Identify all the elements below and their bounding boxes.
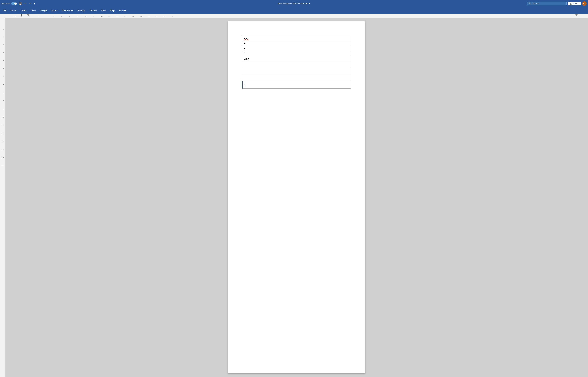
title-bar-left: AutoSave 💾 ↩ ↪ ▾ <box>1 2 525 5</box>
table-cell-cursor[interactable] <box>243 81 351 89</box>
title-bar: AutoSave 💾 ↩ ↪ ▾ New Microsoft Word Docu… <box>0 0 588 7</box>
menu-item-insert[interactable]: Insert <box>19 8 28 13</box>
v-tick: 3 <box>3 59 4 61</box>
comment-button[interactable]: 💬 Com... <box>568 2 581 5</box>
v-tick: 1 <box>3 44 4 46</box>
customize-icon[interactable]: ▾ <box>33 2 36 5</box>
table-cell[interactable]: F <box>243 46 351 51</box>
ruler-tick: 13 <box>124 16 126 18</box>
ruler-tick: 16 <box>148 16 149 18</box>
table-row[interactable]: Fdsf <box>243 36 351 41</box>
undo-icon[interactable]: ↩ <box>24 2 27 5</box>
ruler-tick: 3 <box>45 16 46 18</box>
right-margin-marker <box>575 14 577 16</box>
table-cell[interactable]: F <box>243 51 351 56</box>
v-tick: 10 <box>2 116 4 118</box>
ruler-inner: -2 -1 1 2 3 4 5 6 7 8 9 10 11 12 13 14 1… <box>5 14 588 18</box>
v-tick: 5 <box>3 76 4 77</box>
menu-bar: File Home Insert Draw Design Layout Refe… <box>0 7 588 14</box>
save-icon[interactable]: 💾 <box>18 2 22 5</box>
table-row[interactable]: F <box>243 41 351 46</box>
table-row[interactable]: F <box>243 51 351 56</box>
menu-item-help[interactable]: Help <box>108 8 117 13</box>
v-tick: 8 <box>3 100 4 102</box>
v-tick: 15 <box>2 157 4 159</box>
table-cell[interactable]: Fdsf <box>243 36 351 41</box>
ruler-tick: 7 <box>77 16 78 18</box>
search-input[interactable] <box>532 2 565 5</box>
doc-title-text: New Microsoft Word Document <box>278 2 308 5</box>
v-tick: 11 <box>2 124 4 126</box>
search-box[interactable]: 🔍 <box>527 2 567 5</box>
v-tick: 6 <box>3 84 4 85</box>
ruler-tick: 15 <box>140 16 142 18</box>
menu-item-file[interactable]: File <box>1 8 9 13</box>
table-cell[interactable] <box>243 74 351 81</box>
doc-title-arrow[interactable]: ▾ <box>309 2 310 5</box>
table-row[interactable] <box>243 68 351 74</box>
ruler-tick: 10 <box>100 16 102 18</box>
ruler-tick: 14 <box>132 16 134 18</box>
cell-text <box>244 82 349 85</box>
menu-item-layout[interactable]: Layout <box>49 8 60 13</box>
search-icon: 🔍 <box>529 2 531 5</box>
menu-item-draw[interactable]: Draw <box>28 8 38 13</box>
ruler-tick: 8 <box>85 16 86 18</box>
main-layout: 2 1 1 2 3 4 5 6 7 8 9 10 11 12 13 14 15 … <box>0 18 588 377</box>
document-page[interactable]: Fdsf F F F <box>228 21 365 373</box>
table-row[interactable] <box>243 61 351 68</box>
table-row[interactable] <box>243 74 351 81</box>
ruler-tick: 12 <box>116 16 118 18</box>
ruler-tick: 1 <box>30 16 30 18</box>
ruler-tick: 11 <box>108 16 110 18</box>
cell-text: Fdsf <box>244 37 349 40</box>
table-cell[interactable]: F <box>243 41 351 46</box>
table-cell[interactable] <box>243 68 351 74</box>
v-tick: 9 <box>3 108 4 110</box>
cell-text: Why <box>244 57 349 60</box>
table-cell[interactable] <box>243 61 351 68</box>
menu-item-acrobat[interactable]: Acrobat <box>117 8 128 13</box>
menu-item-review[interactable]: Review <box>88 8 99 13</box>
cell-text <box>244 69 349 72</box>
menu-item-view[interactable]: View <box>99 8 108 13</box>
ruler-tick: 6 <box>69 16 70 18</box>
v-tick: 4 <box>3 68 4 69</box>
v-tick: 16 <box>2 165 4 167</box>
ruler-tick: 19 <box>172 16 173 18</box>
cell-text <box>244 75 349 78</box>
cell-text: F <box>244 47 349 50</box>
document-table: Fdsf F F F <box>242 36 351 89</box>
v-tick: 13 <box>2 141 4 142</box>
v-tick: 1 <box>3 36 4 37</box>
ruler-tick: -1 <box>21 16 22 18</box>
document-area[interactable]: Fdsf F F F <box>5 18 588 377</box>
vertical-ruler: 2 1 1 2 3 4 5 6 7 8 9 10 11 12 13 14 15 … <box>0 18 5 377</box>
table-cell[interactable]: Why <box>243 56 351 61</box>
autosave-toggle[interactable] <box>11 2 17 5</box>
horizontal-ruler: -2 -1 1 2 3 4 5 6 7 8 9 10 11 12 13 14 1… <box>0 14 588 18</box>
menu-item-home[interactable]: Home <box>9 8 19 13</box>
comment-label: Com... <box>573 2 579 5</box>
table-row[interactable] <box>243 81 351 89</box>
autosave-label: AutoSave <box>1 2 10 5</box>
ruler-tick: -2 <box>14 16 15 18</box>
v-tick: 14 <box>2 149 4 151</box>
table-row[interactable]: Why <box>243 56 351 61</box>
indent-marker <box>27 14 29 16</box>
menu-item-design[interactable]: Design <box>38 8 49 13</box>
ruler-tick: 18 <box>164 16 165 18</box>
redo-icon[interactable]: ↪ <box>28 2 32 5</box>
comment-icon: 💬 <box>570 2 572 5</box>
v-tick: 12 <box>2 133 4 134</box>
avatar: Kr <box>582 1 587 6</box>
title-bar-right: 🔍 💬 Com... Kr <box>527 1 587 6</box>
cell-text: F <box>244 42 349 45</box>
menu-item-references[interactable]: References <box>60 8 75 13</box>
v-tick: 2 <box>3 29 4 30</box>
ruler-tick: 4 <box>54 16 54 18</box>
ruler-tick: 17 <box>156 16 157 18</box>
table-row[interactable]: F <box>243 46 351 51</box>
menu-item-mailings[interactable]: Mailings <box>75 8 88 13</box>
ruler-tick: 9 <box>93 16 94 18</box>
